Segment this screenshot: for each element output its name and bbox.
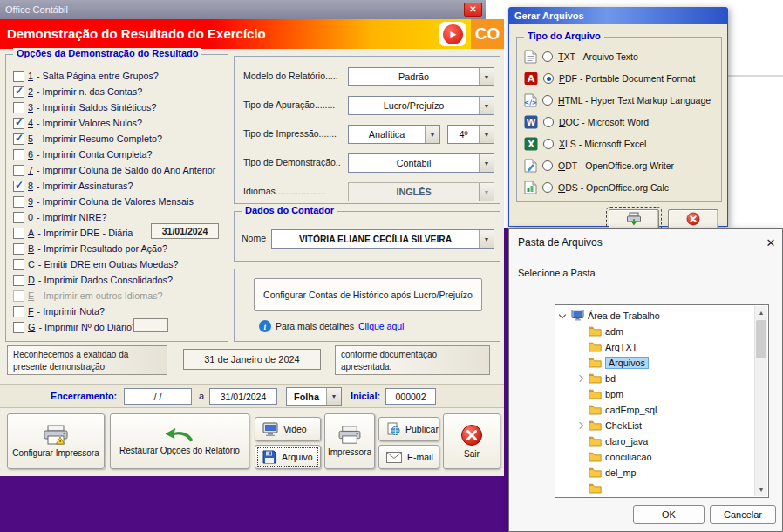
folha-inicial-field[interactable]: 000002: [385, 388, 436, 405]
dre-diaria-date-field[interactable]: 31/01/2024: [151, 223, 219, 239]
titlebar[interactable]: Office Contábil ✕: [0, 0, 486, 19]
encerramento-inicio-field[interactable]: / /: [124, 388, 192, 405]
checkbox-checked-icon[interactable]: [13, 181, 24, 192]
checkbox-icon[interactable]: [13, 149, 24, 160]
option-row-d[interactable]: D- Imprimir Dados Consolidados?: [13, 273, 173, 287]
tree-root-row[interactable]: Área de Trabalho: [557, 308, 660, 323]
numero-diario-field[interactable]: [133, 318, 168, 332]
checkbox-icon[interactable]: [13, 71, 24, 82]
tree-row-bpm[interactable]: bpm: [575, 386, 623, 401]
folder-tree[interactable]: Área de Trabalho adm ArqTXT Arquivos bd …: [555, 304, 769, 498]
option-row-9[interactable]: 9- Imprimir Coluna de Valores Mensais: [13, 194, 194, 208]
modelo-relatorio-select[interactable]: Padrão▼: [348, 67, 494, 86]
tree-scrollbar[interactable]: ▲ ▼: [754, 306, 767, 496]
email-button[interactable]: E-mail: [378, 445, 439, 469]
tree-row-arquivos-selected[interactable]: Arquivos: [575, 355, 649, 370]
chevron-down-icon[interactable]: ▼: [425, 126, 439, 143]
chevron-down-icon[interactable]: ▼: [479, 97, 494, 114]
checkbox-icon[interactable]: [13, 306, 24, 317]
scroll-down-icon[interactable]: ▼: [755, 483, 767, 496]
arquivo-button[interactable]: Arquivo: [255, 445, 321, 469]
option-row-6[interactable]: 6- Imprimir Conta Completa?: [13, 147, 153, 161]
restaurar-opcoes-button[interactable]: Restaurar Opções do Relatório: [110, 413, 249, 469]
radio-selected-icon[interactable]: [543, 73, 554, 84]
tree-row-conciliacao[interactable]: conciliacao: [575, 449, 651, 464]
option-row-0[interactable]: 0- Imprimir NIRE?: [13, 210, 106, 224]
encerramento-fim-field[interactable]: 31/01/2024: [209, 388, 277, 405]
chevron-right-icon[interactable]: [575, 420, 585, 431]
dialog-titlebar[interactable]: Gerar Arquivos: [508, 7, 728, 24]
chevron-down-icon[interactable]: ▼: [479, 230, 494, 248]
tree-row-bd[interactable]: bd: [575, 371, 616, 385]
option-row-5[interactable]: 5- Imprimir Resumo Completo?: [13, 132, 162, 146]
chevron-right-icon[interactable]: [575, 373, 585, 384]
option-row-f[interactable]: F- Imprimir Nota?: [13, 304, 105, 318]
checkbox-icon[interactable]: [13, 243, 24, 255]
tree-row-claro[interactable]: claro_java: [575, 433, 648, 448]
file-type-html[interactable]: </> HTML - Hyper Text Markup Language: [524, 92, 711, 109]
configurar-impressora-button[interactable]: Configurar Impressora: [7, 413, 105, 469]
checkbox-checked-icon[interactable]: [13, 118, 24, 129]
checkbox-checked-icon[interactable]: [13, 133, 24, 145]
radio-icon[interactable]: [543, 117, 554, 127]
trimestre-select[interactable]: 4º▼: [447, 125, 494, 144]
file-type-txt[interactable]: TXT - Arquivo Texto: [524, 48, 638, 65]
option-row-c[interactable]: C- Emitir DRE em Outras Moedas?: [13, 257, 179, 271]
chevron-down-icon[interactable]: ▼: [479, 68, 494, 85]
configurar-contas-historico-button[interactable]: Configurar Contas de Histórico após Lucr…: [254, 278, 482, 311]
tipo-impressao-select[interactable]: Analítica▼: [348, 125, 440, 144]
tree-row-adm[interactable]: adm: [575, 324, 623, 338]
option-row-7[interactable]: 7- Imprimir Coluna de Saldo do Ano Anter…: [13, 163, 215, 177]
folha-select[interactable]: Folha▼: [286, 387, 342, 406]
checkbox-icon[interactable]: [13, 102, 24, 113]
publicar-button[interactable]: Publicar: [378, 417, 439, 441]
checkbox-icon[interactable]: [13, 275, 24, 286]
impressora-button[interactable]: Impressora: [324, 413, 375, 469]
scrollbar-thumb[interactable]: [756, 320, 766, 358]
file-type-doc[interactable]: W DOC - Microsoft Word: [524, 113, 649, 131]
close-button[interactable]: ✕: [464, 3, 482, 17]
tree-row-cademp[interactable]: cadEmp_sql: [575, 402, 657, 417]
tree-row-arqtxt[interactable]: ArqTXT: [575, 339, 637, 354]
checkbox-icon[interactable]: [13, 322, 24, 333]
chevron-down-icon[interactable]: [557, 310, 568, 321]
option-row-g[interactable]: G- Imprimir Nº do Diário?: [13, 320, 137, 334]
scroll-up-icon[interactable]: ▲: [755, 306, 767, 319]
radio-icon[interactable]: [542, 51, 553, 62]
file-type-pdf[interactable]: A PDF - Portable Document Format: [524, 70, 695, 87]
radio-icon[interactable]: [542, 160, 553, 171]
checkbox-checked-icon[interactable]: [13, 86, 24, 98]
option-row-b[interactable]: B- Imprimir Resultado por Ação?: [13, 242, 167, 256]
checkbox-icon[interactable]: [13, 228, 24, 239]
sair-button[interactable]: Sair: [443, 413, 500, 469]
radio-icon[interactable]: [542, 95, 553, 106]
radio-icon[interactable]: [542, 182, 553, 193]
tipo-demonstracao-select[interactable]: Contábil▼: [348, 153, 494, 173]
tree-row-cheklist[interactable]: ChekList: [575, 418, 642, 433]
checkbox-icon[interactable]: [13, 212, 24, 223]
cancel-button[interactable]: Cancelar: [710, 505, 776, 524]
file-type-xls[interactable]: X XLS - Microsoft Excel: [524, 135, 646, 153]
checkbox-icon[interactable]: [13, 165, 24, 176]
tipo-apuracao-select[interactable]: Lucro/Prejuízo▼: [348, 96, 494, 115]
file-type-odt[interactable]: ODT - OpenOffice.org Writer: [524, 157, 674, 174]
checkbox-icon[interactable]: [13, 259, 24, 270]
option-row-a[interactable]: A- Imprimir DRE - Diária: [13, 226, 133, 240]
nome-contador-select[interactable]: VITÓRIA ELIANE CECÍLIA SILVEIRA▼: [271, 229, 494, 249]
chevron-down-icon[interactable]: ▼: [479, 154, 494, 172]
file-type-ods[interactable]: ODS - OpenOffice.org Calc: [524, 179, 669, 196]
signature-date-field[interactable]: 31 de Janeiro de 2024: [183, 349, 321, 370]
dialog-close-button[interactable]: ✕: [762, 234, 780, 251]
checkbox-icon[interactable]: [13, 196, 24, 208]
play-icon[interactable]: ▶: [439, 22, 466, 46]
video-button[interactable]: Video: [255, 417, 321, 441]
option-row-4[interactable]: 4- Imprimir Valores Nulos?: [13, 116, 142, 130]
option-row-1[interactable]: 1- Salta Página entre Grupos?: [13, 69, 159, 83]
chevron-down-icon[interactable]: ▼: [326, 388, 341, 405]
option-row-2[interactable]: 2- Imprimir n. das Contas?: [13, 85, 142, 99]
clique-aqui-link[interactable]: Clique aqui: [358, 321, 405, 331]
option-row-3[interactable]: 3- Imprimir Saldos Sintéticos?: [13, 100, 156, 114]
tree-row-delmp[interactable]: del_mp: [575, 465, 636, 480]
ok-button[interactable]: OK: [633, 505, 705, 524]
option-row-8[interactable]: 8- Imprimir Assinaturas?: [13, 179, 133, 193]
